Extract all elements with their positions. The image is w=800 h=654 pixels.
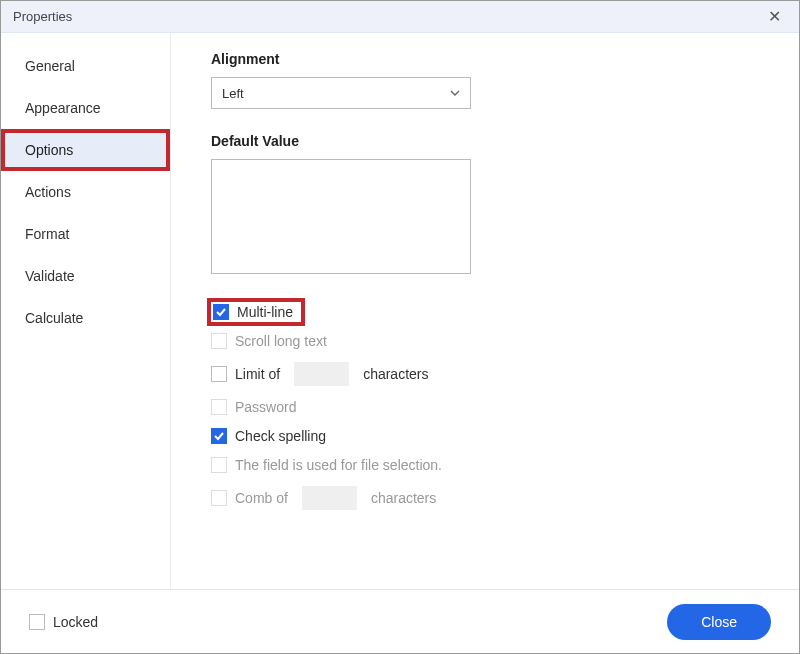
limit-row: Limit of characters [211,362,775,386]
sidebar: General Appearance Options Actions Forma… [1,33,171,589]
password-label: Password [235,399,296,415]
sidebar-item-actions[interactable]: Actions [1,171,170,213]
check-spelling-row: Check spelling [211,428,775,444]
close-icon[interactable]: ✕ [760,3,789,30]
comb-row: Comb of characters [211,486,775,510]
alignment-label: Alignment [211,51,775,67]
limit-suffix-label: characters [363,366,428,382]
locked-label: Locked [53,614,98,630]
sidebar-item-calculate[interactable]: Calculate [1,297,170,339]
password-row: Password [211,399,775,415]
sidebar-item-general[interactable]: General [1,45,170,87]
limit-checkbox[interactable] [211,366,227,382]
multi-line-row: Multi-line [211,302,301,322]
window-title: Properties [13,9,72,24]
multi-line-label: Multi-line [237,304,293,320]
alignment-select[interactable]: Left [211,77,471,109]
sidebar-item-validate[interactable]: Validate [1,255,170,297]
file-selection-checkbox [211,457,227,473]
alignment-value: Left [222,86,244,101]
scroll-long-text-row: Scroll long text [211,333,775,349]
check-icon [215,306,227,318]
default-value-label: Default Value [211,133,775,149]
dialog-footer: Locked Close [1,589,799,653]
locked-checkbox[interactable] [29,614,45,630]
sidebar-item-appearance[interactable]: Appearance [1,87,170,129]
file-selection-row: The field is used for file selection. [211,457,775,473]
check-spelling-checkbox[interactable] [211,428,227,444]
check-icon [213,430,225,442]
multi-line-checkbox[interactable] [213,304,229,320]
check-spelling-label: Check spelling [235,428,326,444]
default-value-input[interactable] [211,159,471,274]
comb-prefix-label: Comb of [235,490,288,506]
sidebar-item-format[interactable]: Format [1,213,170,255]
scroll-long-text-label: Scroll long text [235,333,327,349]
comb-input [302,486,357,510]
limit-prefix-label: Limit of [235,366,280,382]
chevron-down-icon [450,88,460,98]
comb-checkbox [211,490,227,506]
file-selection-label: The field is used for file selection. [235,457,442,473]
scroll-long-text-checkbox [211,333,227,349]
limit-input[interactable] [294,362,349,386]
sidebar-item-options[interactable]: Options [1,129,170,171]
close-button[interactable]: Close [667,604,771,640]
titlebar: Properties ✕ [1,1,799,33]
properties-dialog: Properties ✕ General Appearance Options … [0,0,800,654]
options-panel: Alignment Left Default Value Multi-line [171,33,799,589]
dialog-body: General Appearance Options Actions Forma… [1,33,799,589]
password-checkbox [211,399,227,415]
comb-suffix-label: characters [371,490,436,506]
locked-row: Locked [29,614,98,630]
